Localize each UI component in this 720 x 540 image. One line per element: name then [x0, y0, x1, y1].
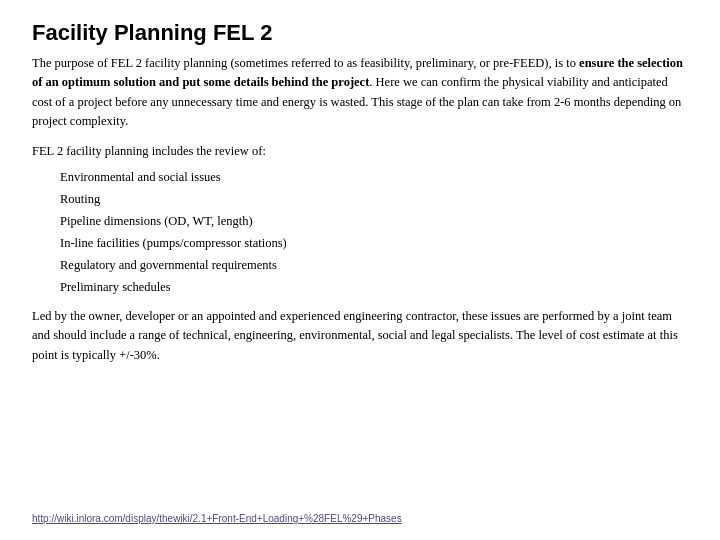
list-item: Pipeline dimensions (OD, WT, length) [56, 211, 688, 231]
review-intro: FEL 2 facility planning includes the rev… [32, 142, 688, 161]
intro-paragraph: The purpose of FEL 2 facility planning (… [32, 54, 688, 132]
list-item: In-line facilities (pumps/compressor sta… [56, 233, 688, 253]
review-list: Environmental and social issues Routing … [56, 167, 688, 297]
list-item: Environmental and social issues [56, 167, 688, 187]
footer-link[interactable]: http://wiki.inlora.com/display/thewiki/2… [32, 513, 688, 524]
list-item: Regulatory and governmental requirements [56, 255, 688, 275]
list-item: Preliminary schedules [56, 277, 688, 297]
intro-text-part1: The purpose of FEL 2 facility planning (… [32, 56, 579, 70]
page-container: Facility Planning FEL 2 The purpose of F… [0, 0, 720, 540]
closing-paragraph: Led by the owner, developer or an appoin… [32, 307, 688, 365]
list-item: Routing [56, 189, 688, 209]
page-title: Facility Planning FEL 2 [32, 20, 688, 46]
